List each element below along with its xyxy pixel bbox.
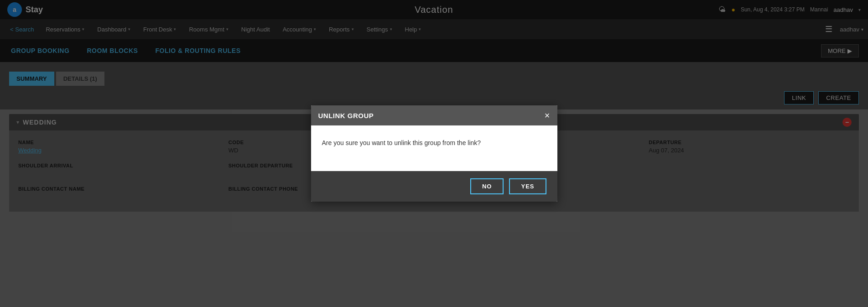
modal-yes-button[interactable]: YES xyxy=(509,178,546,194)
modal-close-button[interactable]: × xyxy=(545,111,550,120)
modal-title: UNLINK GROUP xyxy=(318,112,374,120)
unlink-group-modal: UNLINK GROUP × Are you sure you want to … xyxy=(311,105,557,202)
modal-message: Are you sure you want to unlink this gro… xyxy=(322,139,546,146)
modal-header: UNLINK GROUP × xyxy=(311,105,557,125)
modal-no-button[interactable]: NO xyxy=(470,178,504,194)
modal-body: Are you sure you want to unlink this gro… xyxy=(311,125,557,171)
modal-footer: NO YES xyxy=(311,171,557,202)
modal-overlay[interactable]: UNLINK GROUP × Are you sure you want to … xyxy=(0,0,868,307)
